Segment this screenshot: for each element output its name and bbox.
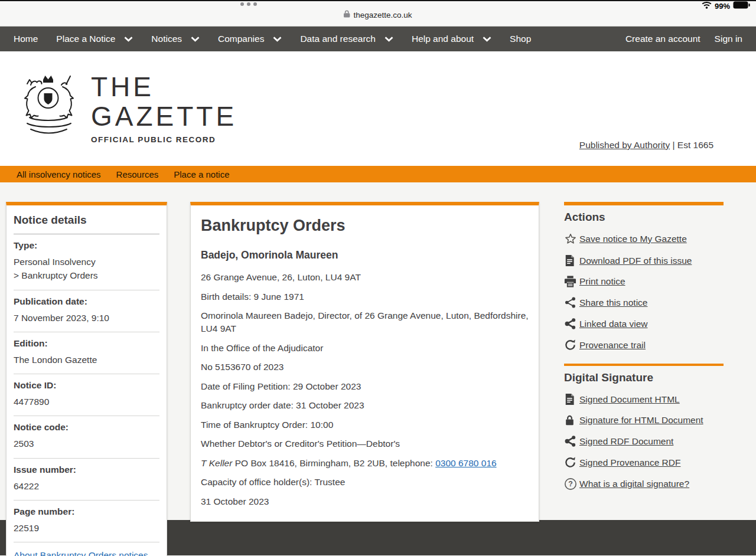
linked-data-icon — [564, 435, 579, 447]
actions-title: Actions — [564, 211, 724, 224]
nav-item-help-and-about-label: Help and about — [412, 34, 474, 44]
action-save-notice: Save notice to My Gazette — [564, 233, 724, 246]
provenance-icon — [564, 456, 579, 469]
share-notice-link[interactable]: Share this notice — [579, 297, 647, 308]
action-provenance-trail: Provenance trail — [564, 339, 724, 351]
action-share-notice: Share this notice — [564, 296, 724, 309]
nav-item-place-a-notice[interactable]: Place a Notice — [56, 34, 133, 44]
royal-crest-icon — [14, 70, 84, 142]
notice-capacity-line: Capacity of office holder(s): Trustee — [201, 476, 529, 489]
provenance-trail-link[interactable]: Provenance trail — [579, 340, 646, 351]
page-content: Notice details Type: Personal Insolvency… — [0, 182, 756, 520]
linked-data-icon — [564, 318, 579, 330]
question-icon: ? — [564, 477, 579, 490]
notice-detail-type: Type: Personal Insolvency > Bankruptcy O… — [14, 234, 159, 290]
wifi-icon — [702, 1, 712, 11]
signed-provenance-rdf-link[interactable]: Signed Provenance RDF — [579, 457, 680, 468]
print-notice-link[interactable]: Print notice — [579, 276, 625, 287]
padlock-icon — [344, 10, 350, 19]
published-by-authority-line: Published by Authority | Est 1665 — [579, 140, 713, 151]
address-bar[interactable]: thegazette.co.uk — [0, 10, 756, 19]
what-is-digital-signature-link[interactable]: What is a digital signature? — [579, 479, 689, 489]
nav-item-data-and-research[interactable]: Data and research — [300, 34, 393, 44]
notice-court-office: In the Office of the Adjudicator — [201, 342, 529, 355]
signature-for-html-document-link[interactable]: Signature for HTML Document — [579, 415, 703, 426]
actions-sidebar: Actions Save notice to My Gazette Downlo… — [564, 202, 724, 499]
signature-signed-provenance: Signed Provenance RDF — [564, 456, 724, 469]
nav-item-companies[interactable]: Companies — [218, 34, 282, 44]
notice-details-title: Notice details — [14, 212, 159, 234]
download-pdf-link[interactable]: Download PDF of this issue — [579, 256, 692, 266]
action-linked-data: Linked data view — [564, 318, 724, 330]
digital-signature-divider — [564, 364, 724, 366]
nav-item-data-and-research-label: Data and research — [300, 34, 376, 44]
notice-title: Bankruptcy Orders — [201, 217, 529, 235]
established-label: | Est 1665 — [672, 140, 713, 150]
chevron-down-icon — [273, 37, 282, 42]
nav-item-place-a-notice-label: Place a Notice — [56, 34, 115, 44]
nav-item-shop-label: Shop — [510, 34, 531, 44]
digital-signature-title: Digital Signature — [564, 371, 724, 384]
notice-birth-details: Birth details: 9 June 1971 — [201, 290, 529, 303]
signature-what-is: ? What is a digital signature? — [564, 477, 724, 490]
browser-chrome: thegazette.co.uk 99% — [0, 1, 756, 27]
printer-icon — [564, 276, 579, 287]
logo-line-2: GAZETTE — [91, 102, 237, 132]
office-holder-detail: PO Box 18416, Birmingham, B2 2UB, teleph… — [232, 458, 435, 468]
notice-address-line: 26 Grange Avenue, 26, Luton, LU4 9AT — [201, 271, 529, 284]
insolvency-subnav: All insolvency notices Resources Place a… — [0, 166, 756, 182]
pdf-document-icon — [564, 254, 579, 267]
actions-top-bar — [564, 202, 724, 205]
battery-icon — [733, 1, 750, 11]
notice-body-panel: Bankruptcy Orders Badejo, Omorinola Maur… — [190, 202, 539, 522]
notice-details-panel: Notice details Type: Personal Insolvency… — [6, 202, 167, 556]
notice-case-number: No 5153670 of 2023 — [201, 361, 529, 374]
logo-line-1: THE — [91, 73, 237, 102]
notice-order-date: Bankruptcy order date: 31 October 2023 — [201, 399, 529, 412]
nav-item-companies-label: Companies — [218, 34, 264, 44]
status-bar: 99% — [702, 1, 750, 11]
notice-petition-type: Whether Debtor's or Creditor's Petition—… — [201, 437, 529, 450]
office-holder-phone-link[interactable]: 0300 6780 016 — [435, 458, 496, 468]
office-holder-name: T Keller — [201, 458, 232, 468]
action-print-notice: Print notice — [564, 276, 724, 287]
sign-in-link[interactable]: Sign in — [715, 34, 742, 44]
nav-item-shop[interactable]: Shop — [510, 34, 531, 44]
subnav-place-a-notice[interactable]: Place a notice — [174, 169, 229, 179]
nav-item-home[interactable]: Home — [14, 34, 38, 44]
notice-detail-issue-number: Issue number: 64222 — [14, 459, 159, 501]
nav-item-notices-label: Notices — [151, 34, 182, 44]
signed-rdf-document-link[interactable]: Signed RDF Document — [579, 436, 673, 447]
nav-item-notices[interactable]: Notices — [151, 34, 200, 44]
nav-item-home-label: Home — [14, 34, 38, 44]
notice-closing-date: 31 October 2023 — [201, 495, 529, 508]
multitasking-dots-icon[interactable] — [240, 2, 257, 6]
notice-detail-notice-id: Notice ID: 4477890 — [14, 374, 159, 416]
notice-detail-notice-code: Notice code: 2503 — [14, 416, 159, 458]
nav-item-help-and-about[interactable]: Help and about — [412, 34, 491, 44]
notice-detail-edition: Edition: The London Gazette — [14, 332, 159, 374]
signature-for-html: Signature for HTML Document — [564, 414, 724, 426]
notice-subject-name: Badejo, Omorinola Maureen — [201, 249, 529, 261]
address-bar-domain: thegazette.co.uk — [353, 11, 412, 19]
notice-detail-page-number: Page number: 22519 — [14, 501, 159, 542]
notice-office-holder-line: T Keller PO Box 18416, Birmingham, B2 2U… — [201, 457, 529, 470]
subnav-resources[interactable]: Resources — [116, 169, 159, 179]
gazette-logo[interactable]: THE GAZETTE OFFICIAL PUBLIC RECORD — [14, 70, 237, 144]
signed-document-html-link[interactable]: Signed Document HTML — [579, 394, 680, 405]
linked-data-view-link[interactable]: Linked data view — [579, 319, 647, 329]
published-by-authority-link[interactable]: Published by Authority — [579, 140, 670, 150]
chevron-down-icon — [384, 37, 393, 42]
subnav-all-insolvency-notices[interactable]: All insolvency notices — [17, 169, 101, 179]
provenance-icon — [564, 339, 579, 351]
save-notice-link[interactable]: Save notice to My Gazette — [579, 234, 687, 244]
create-account-link[interactable]: Create an account — [625, 34, 700, 44]
lock-icon — [564, 414, 579, 426]
about-bankruptcy-orders-link[interactable]: About Bankruptcy Orders notices — [14, 550, 148, 556]
chevron-down-icon — [124, 37, 133, 42]
notice-detail-publication-date: Publication date: 7 November 2023, 9:10 — [14, 290, 159, 332]
signature-signed-rdf: Signed RDF Document — [564, 435, 724, 447]
site-header: THE GAZETTE OFFICIAL PUBLIC RECORD Publi… — [0, 51, 756, 166]
battery-percent-label: 99% — [715, 2, 730, 11]
notice-filing-date: Date of Filing Petition: 29 October 2023 — [201, 380, 529, 393]
